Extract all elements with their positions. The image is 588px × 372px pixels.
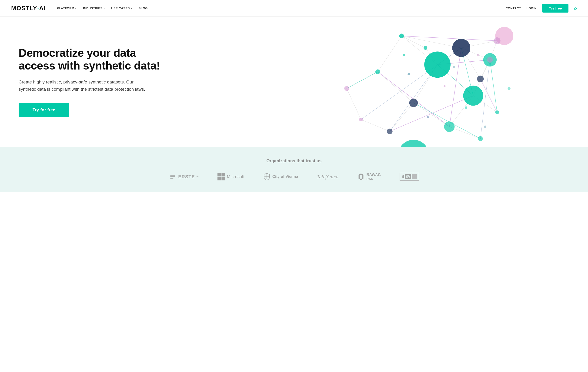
network-visualization	[210, 17, 588, 147]
nav-item-blog[interactable]: BLOG	[136, 5, 150, 12]
logo-text: MOSTLY·AI	[11, 5, 46, 12]
trust-title: Organizations that trust us	[11, 159, 577, 164]
svg-point-63	[453, 66, 455, 68]
svg-rect-65	[170, 175, 175, 176]
microsoft-icon	[218, 173, 225, 180]
svg-point-57	[465, 106, 467, 109]
nav-item-use-cases[interactable]: USE CASES ▾	[108, 5, 135, 12]
svg-line-11	[414, 103, 449, 127]
svg-line-26	[401, 36, 497, 41]
svg-line-18	[346, 89, 361, 120]
svg-rect-71	[222, 177, 225, 180]
svg-line-31	[490, 60, 497, 112]
vienna-icon	[263, 173, 271, 180]
svg-point-53	[344, 86, 349, 91]
bawag-icon	[357, 173, 365, 180]
nav-left: MOSTLY·AI PLATFORM ▾ INDUSTRIES ▾ USE CA…	[11, 5, 150, 12]
svg-point-40	[444, 121, 454, 132]
svg-point-47	[399, 33, 404, 38]
svg-point-48	[424, 46, 427, 50]
hero-section: Democratize your data access with synthe…	[0, 17, 588, 147]
navigation: MOSTLY·AI PLATFORM ▾ INDUSTRIES ▾ USE CA…	[0, 0, 588, 17]
hero-cta-button[interactable]: Try for free	[19, 103, 69, 117]
svg-rect-69	[222, 173, 225, 176]
svg-point-51	[375, 69, 380, 74]
svg-point-59	[427, 116, 429, 118]
logos-row: ERSTE ⁼ Microsoft City of Vienna	[11, 173, 577, 181]
svg-line-20	[401, 36, 425, 48]
svg-point-46	[387, 129, 393, 134]
svg-rect-68	[218, 173, 221, 176]
bawag-logo: BAWAG PSK	[357, 173, 381, 181]
svg-line-12	[389, 103, 414, 131]
svg-point-43	[452, 39, 470, 57]
svg-rect-67	[170, 178, 174, 179]
svg-point-56	[408, 73, 410, 75]
chevron-down-icon: ▾	[104, 7, 105, 10]
erste-logo: ERSTE ⁼	[169, 173, 199, 180]
itsv-logo: it SV	[399, 173, 419, 181]
svg-point-44	[409, 99, 418, 107]
hero-subtitle: Create highly realistic, privacy-safe sy…	[19, 79, 149, 93]
login-link[interactable]: LOGIN	[527, 7, 537, 10]
svg-line-25	[449, 48, 461, 127]
svg-point-55	[494, 37, 501, 44]
svg-point-60	[484, 125, 486, 128]
svg-line-13	[378, 72, 414, 103]
svg-point-41	[398, 140, 429, 147]
svg-line-1	[401, 36, 461, 48]
svg-line-2	[378, 36, 402, 72]
search-icon[interactable]: ⌕	[574, 6, 577, 11]
svg-point-54	[359, 118, 363, 121]
nav-item-industries[interactable]: INDUSTRIES ▾	[80, 5, 107, 12]
hero-content: Democratize your data access with synthe…	[19, 46, 172, 117]
svg-point-62	[477, 54, 479, 56]
svg-rect-70	[218, 177, 221, 180]
svg-point-38	[463, 86, 483, 105]
svg-point-52	[487, 57, 493, 63]
svg-point-49	[478, 136, 483, 141]
svg-point-64	[507, 87, 510, 90]
try-free-nav-button[interactable]: Try free	[542, 4, 568, 12]
svg-line-32	[414, 103, 480, 139]
svg-line-17	[361, 120, 389, 131]
chevron-down-icon: ▾	[131, 7, 132, 10]
svg-point-37	[424, 52, 451, 78]
nav-right: CONTACT LOGIN Try free ⌕	[506, 4, 577, 12]
svg-point-45	[477, 76, 484, 82]
city-of-vienna-logo: City of Vienna	[263, 173, 298, 180]
svg-point-61	[403, 54, 405, 56]
logo[interactable]: MOSTLY·AI	[11, 5, 46, 12]
svg-rect-66	[170, 176, 175, 177]
svg-marker-75	[360, 174, 362, 179]
nav-item-platform[interactable]: PLATFORM ▾	[54, 5, 79, 12]
erste-icon	[169, 173, 176, 180]
svg-line-28	[389, 95, 473, 131]
trust-section: Organizations that trust us ERSTE ⁼ Micr…	[0, 147, 588, 192]
svg-line-33	[346, 72, 378, 89]
telefonica-logo: Telefónica	[317, 174, 339, 180]
svg-point-50	[495, 110, 499, 114]
microsoft-logo: Microsoft	[218, 173, 244, 180]
svg-point-58	[443, 85, 445, 87]
hero-visual	[210, 17, 588, 147]
chevron-down-icon: ▾	[75, 7, 76, 10]
hero-title: Democratize your data access with synthe…	[19, 46, 172, 72]
nav-items: PLATFORM ▾ INDUSTRIES ▾ USE CASES ▾ BLOG	[54, 5, 150, 12]
contact-link[interactable]: CONTACT	[506, 7, 521, 10]
